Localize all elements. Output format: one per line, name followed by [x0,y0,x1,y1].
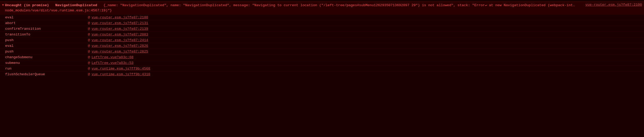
stack-file-link[interactable]: vue.runtime.esm.js?ff9b:4310 [92,72,150,76]
stack-file-link[interactable]: vue-router.esm.js?fe87:2826 [92,44,148,48]
stack-file-link[interactable]: LeftTree.vue?a83c:68 [92,55,133,59]
at-symbol: @ [88,55,90,59]
at-symbol: @ [88,33,90,36]
stack-frame-row: eval@vue-router.esm.js?fe87:2100 [0,14,644,20]
at-symbol: @ [88,61,90,65]
stack-frame-row: run@vue.runtime.esm.js?ff9b:4568 [0,66,644,71]
stack-frame-row: submenu@LeftTree.vue?a83c:53 [0,60,644,66]
stack-file-link[interactable]: LeftTree.vue?a83c:53 [92,61,133,65]
stack-trace: eval@vue-router.esm.js?fe87:2100abort@vu… [0,14,644,77]
console-panel: ▼ Uncaught (in promise) NavigationDuplic… [0,0,644,79]
stack-func-name: changeSubmenu [5,55,88,59]
stack-func-name: transitionTo [5,33,88,36]
stack-func-name: eval [5,44,88,48]
at-symbol: @ [88,50,90,54]
error-main-text: Uncaught (in promise) NavigationDuplicat… [5,3,580,13]
stack-func-name: confirmTransition [5,27,88,31]
error-header-row: ▼ Uncaught (in promise) NavigationDuplic… [0,2,644,14]
error-source-link[interactable]: vue-router.esm.js?fe87:2100 [585,3,642,7]
expand-icon[interactable]: ▼ [2,3,4,7]
stack-file-link[interactable]: vue-router.esm.js?fe87:2131 [92,21,148,25]
stack-frame-row: confirmTransition@vue-router.esm.js?fe87… [0,26,644,32]
error-title-left: ▼ Uncaught (in promise) NavigationDuplic… [2,3,580,13]
stack-func-name: eval [5,16,88,19]
stack-frame-row: push@vue-router.esm.js?fe87:2414 [0,37,644,43]
at-symbol: @ [88,38,90,42]
stack-file-link[interactable]: vue-router.esm.js?fe87:2100 [92,16,148,19]
stack-func-name: submenu [5,61,88,65]
at-symbol: @ [88,72,90,76]
stack-func-name: abort [5,21,88,25]
at-symbol: @ [88,21,90,25]
error-label: Uncaught (in promise) [5,3,49,7]
stack-func-name: push [5,38,88,42]
stack-frame-row: flushSchedulerQueue@vue.runtime.esm.js?f… [0,71,644,77]
stack-file-link[interactable]: vue-router.esm.js?fe87:2825 [92,50,148,54]
stack-frame-row: transitionTo@vue-router.esm.js?fe87:2083 [0,32,644,37]
stack-file-link[interactable]: vue-router.esm.js?fe87:2139 [92,27,148,31]
stack-frame-row: changeSubmenu@LeftTree.vue?a83c:68 [0,54,644,60]
stack-file-link[interactable]: vue-router.esm.js?fe87:2083 [92,33,148,36]
stack-func-name: run [5,67,88,71]
at-symbol: @ [88,44,90,48]
stack-func-name: flushSchedulerQueue [5,72,88,76]
error-type: NavigationDuplicated [55,3,97,7]
at-symbol: @ [88,16,90,19]
stack-frame-row: eval@vue-router.esm.js?fe87:2826 [0,43,644,49]
stack-file-link[interactable]: vue-router.esm.js?fe87:2414 [92,38,148,42]
stack-func-name: push [5,50,88,54]
stack-file-link[interactable]: vue.runtime.esm.js?ff9b:4568 [92,67,150,71]
stack-frame-row: abort@vue-router.esm.js?fe87:2131 [0,20,644,26]
stack-frame-row: push@vue-router.esm.js?fe87:2825 [0,49,644,54]
at-symbol: @ [88,67,90,71]
at-symbol: @ [88,27,90,31]
